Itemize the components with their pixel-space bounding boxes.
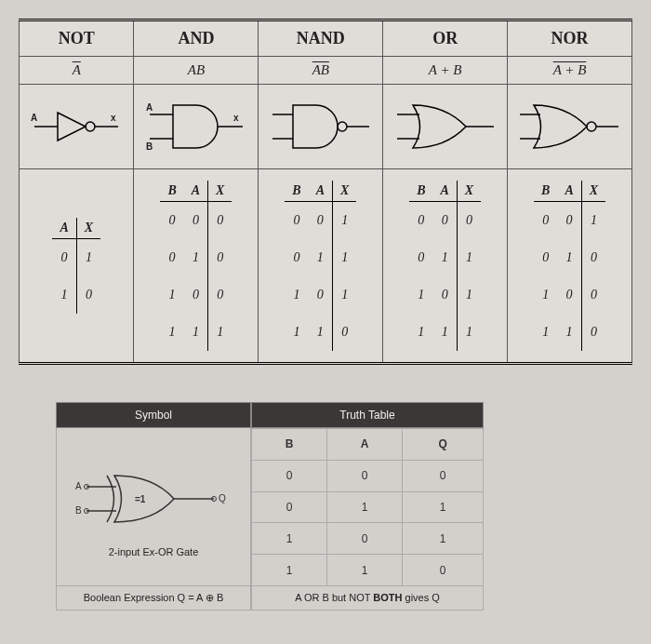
svg-text:Q: Q	[219, 493, 226, 503]
xor-symbol-cell: A B Q =1 2-input Ex-OR Gate	[56, 428, 251, 586]
gate-symbol-or	[383, 85, 508, 169]
gate-symbol-not: A x	[20, 85, 134, 169]
xor-expression: Boolean Expression Q = A ⊕ B	[56, 586, 251, 610]
and-gate-icon: A B x	[140, 94, 252, 159]
gate-expr-not: A	[20, 57, 134, 85]
svg-point-21	[587, 122, 596, 131]
gate-symbol-nand	[259, 85, 383, 169]
xor-gate-panel: Symbol Truth Table A B Q =1 2-input Ex-O…	[56, 402, 484, 610]
xor-tt-cell: BAQ000011101110	[251, 428, 484, 586]
truth-table-and: BAX000010100111	[134, 169, 259, 364]
svg-marker-1	[58, 113, 86, 141]
truth-table-nand: BAX001011101110	[259, 169, 383, 364]
svg-text:=1: =1	[135, 494, 146, 504]
gate-name-or: OR	[383, 20, 508, 57]
svg-text:A: A	[75, 481, 82, 491]
or-gate-icon	[390, 94, 501, 159]
nor-gate-icon	[514, 94, 626, 159]
gate-name-not: NOT	[20, 20, 134, 57]
xor-caption: 2-input Ex-OR Gate	[109, 546, 199, 557]
gate-symbol-and: A B x	[134, 85, 259, 169]
gate-name-nor: NOR	[508, 20, 632, 57]
not-gate-icon: A x	[25, 99, 127, 154]
xor-description: A OR B but NOT BOTH gives Q	[251, 586, 484, 610]
gate-name-nand: NAND	[259, 20, 383, 57]
truth-table-nor: BAX001010100110	[508, 169, 632, 364]
xor-header-tt: Truth Table	[251, 402, 484, 428]
svg-text:x: x	[111, 113, 116, 123]
svg-point-14	[338, 122, 347, 131]
gate-expr-and: AB	[134, 57, 259, 85]
nand-gate-icon	[265, 94, 377, 159]
svg-text:A: A	[31, 113, 37, 123]
truth-table-not: AX0110	[20, 169, 134, 364]
xor-header-symbol: Symbol	[56, 402, 251, 428]
logic-gates-table: NOT AND NAND OR NOR A AB AB A + B A + B …	[19, 19, 632, 365]
gate-expr-nand: AB	[259, 57, 383, 85]
svg-text:B: B	[75, 505, 82, 516]
gate-name-and: AND	[134, 20, 259, 57]
svg-text:B: B	[146, 141, 153, 152]
gate-expr-or: A + B	[383, 57, 508, 85]
gate-symbol-nor	[508, 85, 632, 169]
gate-expr-nor: A + B	[508, 57, 632, 85]
svg-text:x: x	[233, 113, 239, 123]
xor-gate-icon: A B Q =1	[70, 457, 237, 541]
svg-text:A: A	[146, 102, 153, 113]
xor-truth-table: BAQ000011101110	[251, 428, 484, 586]
truth-table-or: BAX000011101111	[383, 169, 508, 364]
